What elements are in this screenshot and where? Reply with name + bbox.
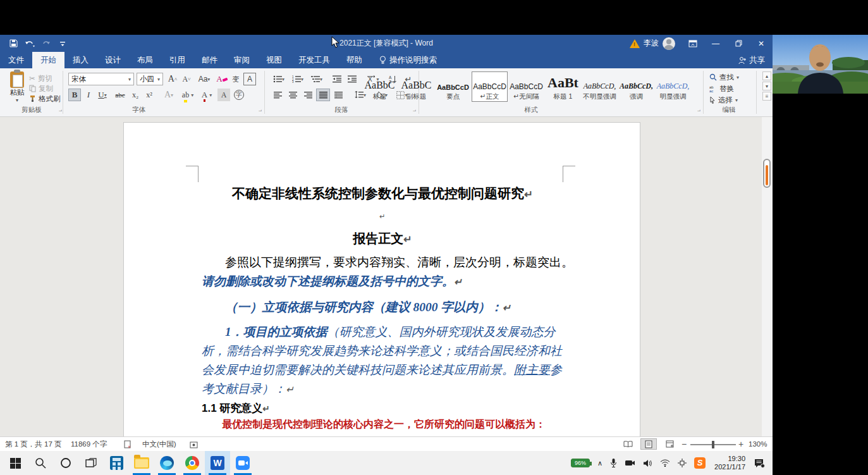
language-status[interactable]: 中文(中国) — [142, 437, 176, 451]
distribute-button[interactable] — [331, 89, 345, 101]
tray-overflow-chevron[interactable]: ∧ — [597, 459, 602, 467]
minimize-button[interactable]: — — [704, 35, 727, 52]
taskbar-clock[interactable]: 19:30 2021/1/17 — [714, 455, 745, 471]
shrink-font-button[interactable]: A˅ — [180, 73, 193, 85]
underline-button[interactable]: U▾ — [95, 89, 110, 101]
italic-button[interactable]: I — [83, 89, 94, 101]
tell-me-search[interactable]: 操作说明搜索 — [379, 52, 437, 68]
taskbar-chrome[interactable] — [180, 451, 205, 475]
volume-icon[interactable] — [643, 459, 652, 467]
tab-developer[interactable]: 开发工具 — [290, 52, 338, 68]
clear-formatting-button[interactable]: A — [216, 73, 228, 85]
cortana-button[interactable] — [53, 451, 78, 475]
bold-button[interactable]: B — [68, 89, 81, 101]
style-card-subtitle[interactable]: AaBbC 副标题 — [398, 71, 434, 102]
style-card-emphasis[interactable]: AaBbCcD, 强调 — [618, 71, 654, 102]
zoom-level[interactable]: 130% — [749, 437, 767, 451]
word-count-status[interactable]: 11869 个字 — [71, 437, 107, 451]
cut-button[interactable]: ✂ 剪切 — [29, 73, 52, 83]
account-name[interactable]: 李波 — [644, 38, 659, 49]
close-button[interactable]: ✕ — [750, 35, 773, 52]
align-right-button[interactable] — [301, 89, 315, 101]
tab-mailings[interactable]: 邮件 — [193, 52, 226, 68]
highlight-color-button[interactable]: ab▾ — [180, 89, 196, 101]
action-center-button[interactable] — [754, 459, 765, 468]
taskbar-search-button[interactable] — [28, 451, 53, 475]
page-number-status[interactable]: 第 1 页，共 17 页 — [5, 437, 61, 451]
print-layout-button[interactable] — [640, 438, 657, 450]
style-card-title[interactable]: AaBbC 标题 — [362, 71, 398, 102]
styles-scroll-up-button[interactable]: ▴ — [762, 71, 771, 80]
style-card-normal[interactable]: AaBbCcD ↵正文 — [472, 71, 508, 102]
scrollbar-thumb[interactable] — [763, 159, 771, 188]
web-layout-button[interactable] — [661, 438, 678, 450]
tab-review[interactable]: 审阅 — [226, 52, 258, 68]
wifi-icon[interactable] — [660, 459, 670, 467]
select-button[interactable]: 选择▾ — [709, 95, 738, 105]
align-left-button[interactable] — [271, 89, 284, 101]
avatar[interactable] — [663, 37, 675, 50]
font-color-button[interactable]: A▾ — [199, 89, 215, 101]
zoom-out-button[interactable]: − — [682, 437, 687, 451]
format-painter-button[interactable]: 格式刷 — [29, 94, 61, 104]
battery-indicator[interactable]: 96% — [571, 459, 590, 467]
document-canvas[interactable]: 不确定非线性系统控制参数化与最优控制问题研究↵ ↵ 报告正文↵ 参照以下提纲撰写… — [0, 117, 762, 436]
grow-font-button[interactable]: A˄ — [166, 73, 179, 85]
styles-scroll-down-button[interactable]: ▾ — [762, 82, 771, 90]
tab-view[interactable]: 视图 — [258, 52, 290, 68]
style-card-heading1[interactable]: AaBt 标题 1 — [545, 71, 581, 102]
camera-icon[interactable] — [625, 459, 635, 467]
change-case-button[interactable]: Aa▾ — [196, 73, 212, 85]
ribbon-display-options-button[interactable] — [682, 35, 704, 52]
text-effects-button[interactable]: A▾ — [161, 89, 176, 101]
read-mode-button[interactable] — [620, 438, 636, 450]
zoom-in-button[interactable]: + — [738, 437, 743, 451]
strikethrough-button[interactable]: abc — [113, 89, 128, 101]
subscript-button[interactable]: x₂ — [129, 89, 142, 101]
taskbar-meeting-app[interactable] — [230, 451, 255, 475]
font-name-combo[interactable]: 宋体▾ — [68, 73, 134, 85]
taskbar-file-explorer[interactable] — [129, 451, 154, 475]
character-border-button[interactable]: A — [243, 73, 256, 85]
tab-layout[interactable]: 布局 — [129, 52, 161, 68]
sogou-input-icon[interactable]: S — [694, 457, 706, 469]
paste-button[interactable]: 粘贴 ▾ — [4, 71, 30, 103]
enclose-characters-button[interactable]: 字 — [232, 89, 246, 101]
tab-references[interactable]: 引用 — [161, 52, 193, 68]
paste-dropdown[interactable]: ▾ — [4, 97, 30, 103]
vertical-scrollbar[interactable] — [762, 117, 773, 436]
styles-dialog-launcher[interactable]: ⌐ — [694, 108, 700, 114]
style-card-no-spacing[interactable]: AaBbCcD ↵无间隔 — [508, 71, 544, 102]
font-size-combo[interactable]: 小四▾ — [137, 73, 163, 85]
tab-help[interactable]: 帮助 — [338, 52, 370, 68]
multilevel-list-button[interactable]: ▾ — [309, 73, 325, 85]
clipboard-dialog-launcher[interactable]: ⌐ — [56, 108, 62, 114]
superscript-button[interactable]: x² — [143, 89, 156, 101]
tab-design[interactable]: 设计 — [97, 52, 129, 68]
character-shading-button[interactable]: A — [217, 89, 230, 101]
increase-indent-button[interactable] — [345, 73, 359, 85]
justify-button[interactable] — [316, 89, 330, 101]
find-button[interactable]: 查找▾ — [709, 72, 739, 82]
style-card-keypoints[interactable]: AaBbCcD 要点 — [435, 71, 471, 102]
align-center-button[interactable] — [286, 89, 300, 101]
restore-button[interactable] — [727, 35, 750, 52]
tab-file[interactable]: 文件 — [0, 52, 32, 68]
styles-more-button[interactable]: ≡ — [762, 92, 771, 101]
taskbar-edge[interactable] — [154, 451, 180, 475]
phonetic-guide-button[interactable]: 变 — [229, 73, 242, 85]
microphone-icon[interactable] — [610, 458, 617, 468]
numbering-button[interactable]: 123▾ — [290, 73, 306, 85]
font-dialog-launcher[interactable]: ⌐ — [255, 108, 262, 114]
tab-insert[interactable]: 插入 — [64, 52, 97, 68]
ime-icon[interactable] — [678, 459, 687, 467]
document-page[interactable]: 不确定非线性系统控制参数化与最优控制问题研究↵ ↵ 报告正文↵ 参照以下提纲撰写… — [123, 122, 640, 436]
share-button[interactable]: 共享 — [738, 52, 765, 68]
taskbar-calculator[interactable] — [104, 451, 129, 475]
replace-button[interactable]: abac 替换 — [709, 83, 734, 94]
style-card-subtle-emphasis[interactable]: AaBbCcD, 不明显强调 — [582, 71, 618, 102]
task-view-button[interactable] — [78, 451, 104, 475]
style-card-intense-emphasis[interactable]: AaBbCcD, 明显强调 — [655, 71, 691, 102]
start-button[interactable] — [3, 451, 28, 475]
zoom-slider-thumb[interactable] — [712, 441, 714, 448]
